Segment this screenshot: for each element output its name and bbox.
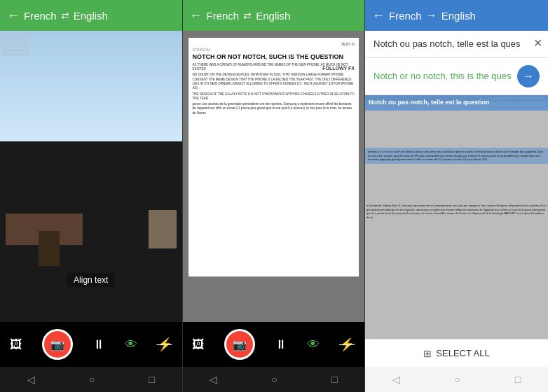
panel2-source-lang: French (207, 10, 240, 22)
home-nav-icon2[interactable]: ○ (271, 374, 277, 385)
camera-icon: 📷 (50, 338, 64, 351)
panel1-source-lang: French (24, 10, 57, 22)
align-text-label: Align text (67, 273, 115, 287)
panel2-bottom-controls: 🖼 📷 ⏸ 👁 ⚡ (183, 322, 365, 367)
panel3-source-lang: French (389, 10, 422, 22)
back-arrow-icon2[interactable]: ← (190, 8, 203, 23)
highlighted-body: ameais Il y a eu une foule de rumeurs au… (365, 148, 548, 164)
capture-button2[interactable]: 📷 (224, 329, 255, 360)
blind-slat (1, 32, 29, 35)
select-all-bar[interactable]: ⊞ SELECT ALL (365, 339, 548, 367)
doc-body: AS THERE WAS A CROWD OF RUMORS AROUND TH… (193, 63, 355, 115)
panel2-nav-bar: ◁ ○ □ (183, 367, 365, 392)
translation-result-row: Notch or no notch, this is the ques → (365, 58, 548, 95)
gallery-icon[interactable]: 🖼 (10, 337, 22, 352)
doc-stringline: STRINGDA (193, 48, 355, 52)
doc-image-area: n le plus grand roi ni smartphones conte… (365, 95, 548, 339)
eye-icon2[interactable]: 👁 (307, 337, 320, 352)
source-text-box: Notch ou pas notch, telle est la ques ✕ (365, 31, 548, 58)
highlight-title: Notch ou pas notch, telle est la questio… (369, 99, 544, 107)
panel-document: ← French ⇄ English TEST D STRINGDA NOTCH… (183, 0, 366, 392)
home-nav-icon3[interactable]: ○ (455, 374, 460, 385)
flash-off-icon[interactable]: ⚡ (157, 337, 172, 352)
doc-para-4: gance Les courbes de la generation prece… (193, 102, 355, 115)
panel1-target-lang: English (74, 10, 108, 22)
office-cabinet (149, 210, 177, 248)
panel1-bottom-controls: 🖼 📷 ⏸ 👁 ⚡ (0, 322, 182, 367)
panel1-swap-icon[interactable]: ⇄ (61, 10, 69, 21)
pause-icon2[interactable]: ⏸ (275, 337, 287, 352)
office-chair (39, 231, 60, 266)
doc-background: TEST D STRINGDA NOTCH OR NOT NOTCH, SUCH… (183, 31, 365, 322)
panel3-arrow-icon: → (426, 9, 437, 22)
document-paper: TEST D STRINGDA NOTCH OR NOT NOTCH, SUCH… (189, 38, 359, 276)
blind-slat (1, 45, 29, 48)
arrow-right-icon: → (523, 70, 534, 83)
document-viewfinder: TEST D STRINGDA NOTCH OR NOT NOTCH, SUCH… (183, 31, 365, 322)
blind-slat (1, 49, 29, 52)
doc-followup: FOLLOWY FX (322, 66, 355, 71)
panel-camera: ← French ⇄ English Align text 🖼 (0, 0, 183, 392)
window-blinds (1, 32, 29, 57)
doc-title: NOTCH OR NOT NOTCH, SUCH IS THE QUESTION (193, 53, 355, 61)
blind-slat (1, 41, 29, 43)
doc-topline: TEST D (193, 42, 355, 46)
recent-nav-icon[interactable]: □ (149, 374, 154, 385)
panel3-nav-bar: ◁ ○ □ (365, 367, 548, 392)
doc-image-paper: n le plus grand roi ni smartphones conte… (365, 95, 548, 339)
panel2-target-lang: English (256, 10, 290, 22)
panel2-topbar: ← French ⇄ English (183, 0, 365, 31)
eye-icon[interactable]: 👁 (125, 337, 137, 352)
panel3-target-lang: English (441, 10, 476, 22)
select-all-icon: ⊞ (423, 348, 432, 359)
camera-icon2: 📷 (233, 338, 247, 351)
blind-slat (1, 53, 29, 56)
recent-nav-icon2[interactable]: □ (331, 374, 337, 385)
translate-go-button[interactable]: → (517, 65, 540, 88)
room-scene: Align text (0, 31, 182, 322)
panel2-swap-icon[interactable]: ⇄ (243, 10, 252, 21)
doc-remaining-body: le design de Galaxy Note 9 n'est pas syn… (367, 204, 547, 219)
back-arrow-icon3[interactable]: ← (372, 8, 385, 23)
flash-off-icon2[interactable]: ⚡ (339, 337, 355, 352)
gallery-icon2[interactable]: 🖼 (192, 337, 205, 352)
back-nav-icon3[interactable]: ◁ (392, 374, 400, 385)
doc-para-2: NO DOUBT ON THE DESIGN DEVICES. WHATEVER… (193, 73, 355, 90)
back-nav-icon2[interactable]: ◁ (210, 374, 217, 385)
home-nav-icon[interactable]: ○ (89, 374, 95, 385)
panel1-topbar: ← French ⇄ English (0, 0, 182, 31)
translated-text: Notch or no notch, this is the ques (374, 70, 512, 83)
panel-translation: ← French → English Notch ou pas notch, t… (365, 0, 548, 392)
doc-para-3: THE DESIGN OF THE GALAXY NOTE 9 IS NOT S… (193, 92, 355, 102)
source-text: Notch ou pas notch, telle est la ques (374, 38, 540, 50)
doc-remaining-text: le design de Galaxy Note 9 n'est pas syn… (367, 204, 547, 219)
recent-nav-icon3[interactable]: □ (515, 374, 521, 385)
panel3-topbar: ← French → English (365, 0, 548, 31)
camera-viewfinder: Align text (0, 31, 182, 322)
panel1-nav-bar: ◁ ○ □ (0, 367, 182, 392)
pause-icon[interactable]: ⏸ (93, 337, 105, 352)
back-nav-icon[interactable]: ◁ (27, 374, 35, 385)
highlighted-body-text: ameais Il y a eu une foule de rumeurs au… (368, 150, 545, 162)
highlighted-text-area: Notch ou pas notch, telle est la questio… (365, 95, 548, 111)
blind-slat (1, 36, 29, 39)
select-all-label[interactable]: SELECT ALL (436, 348, 489, 358)
back-arrow-icon[interactable]: ← (7, 8, 20, 23)
capture-button[interactable]: 📷 (42, 329, 73, 360)
close-button[interactable]: ✕ (533, 36, 542, 50)
